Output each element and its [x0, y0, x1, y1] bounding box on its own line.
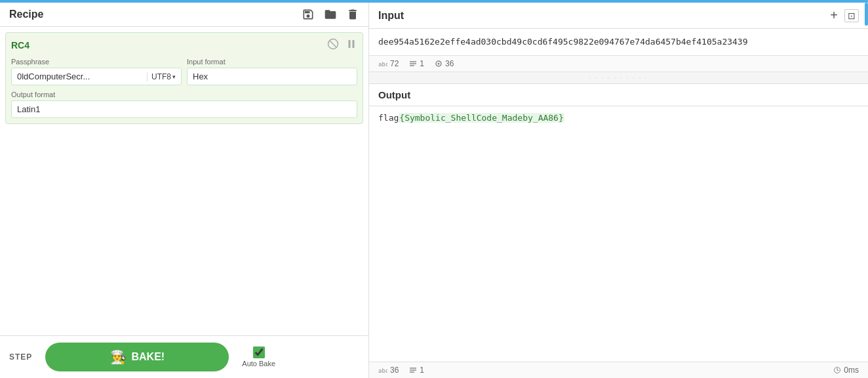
scroll-indicator [865, 3, 868, 26]
offset-icon [435, 60, 443, 68]
recipe-title: Recipe [9, 9, 43, 20]
expand-icon[interactable]: ⊡ [844, 9, 859, 22]
output-format-value: Latin1 [17, 104, 40, 114]
disable-icon[interactable] [327, 38, 339, 52]
svg-point-9 [438, 62, 440, 64]
lines-stat: 1 [409, 59, 424, 68]
output-header: Output [369, 83, 868, 106]
input-format-select[interactable]: Hex [187, 68, 357, 85]
recipe-header: Recipe [0, 3, 368, 27]
input-title: Input [378, 10, 404, 22]
passphrase-group: Passphrase 0ldComputerSecr... UTF8 ▾ [11, 58, 182, 85]
char-stat-icon: abc [378, 60, 387, 67]
offset-stat: 36 [435, 59, 454, 68]
svg-line-1 [330, 41, 337, 48]
rc4-controls [327, 38, 357, 52]
svg-text:abc: abc [378, 61, 387, 67]
passphrase-encoding[interactable]: UTF8 ▾ [147, 72, 176, 81]
input-format-value: Hex [193, 72, 208, 81]
output-format-group: Output format Latin1 [11, 91, 357, 118]
timer-value: 0ms [844, 366, 859, 375]
svg-text:abc: abc [378, 368, 387, 373]
output-char-stat: abc 36 [378, 366, 399, 375]
input-format-label: Input format [187, 58, 357, 66]
rc4-card-header: RC4 [11, 38, 357, 52]
output-lines-count: 1 [420, 366, 424, 375]
input-header-icons: + ⊡ [830, 8, 859, 23]
right-panel: Input + ⊡ dee954a5162e2effe4ad030cbd49c0… [369, 3, 868, 378]
svg-rect-3 [353, 40, 355, 48]
output-format-select[interactable]: Latin1 [11, 100, 357, 118]
lines-icon [409, 60, 417, 68]
left-panel: Recipe [0, 3, 369, 378]
output-text: flag{Symbolic_ShellCode_Madeby_AA86} [378, 113, 564, 123]
svg-rect-2 [349, 40, 351, 48]
passphrase-value: 0ldComputerSecr... [17, 72, 90, 81]
chef-icon: 👨‍🍳 [110, 349, 127, 365]
left-footer: STEP 👨‍🍳 BAKE! Auto Bake [0, 335, 368, 378]
add-icon[interactable]: + [830, 8, 838, 23]
bake-label: BAKE! [132, 351, 165, 363]
auto-bake-container[interactable]: Auto Bake [242, 346, 275, 368]
output-stats-left: abc 36 1 [378, 366, 424, 375]
output-stats: abc 36 1 [369, 362, 868, 378]
input-content[interactable]: dee954a5162e2effe4ad030cbd49c0cd6f495c98… [369, 29, 868, 55]
output-plain: flag [378, 113, 399, 123]
passphrase-input[interactable]: 0ldComputerSecr... UTF8 ▾ [11, 68, 182, 85]
char-count: 72 [390, 59, 399, 68]
char-stat: abc 72 [378, 59, 399, 68]
input-stats: abc 72 1 36 [369, 55, 868, 72]
save-icon[interactable] [302, 8, 315, 21]
output-char-count: 36 [390, 366, 399, 375]
step-label: STEP [9, 352, 32, 362]
output-title: Output [378, 89, 410, 100]
input-format-group: Input format Hex [187, 58, 357, 85]
offset-value: 36 [445, 59, 454, 68]
folder-icon[interactable] [324, 8, 337, 21]
timer-stat: 0ms [833, 366, 859, 375]
timer-icon [833, 366, 841, 374]
output-lines-icon [409, 366, 417, 374]
input-section: Input + ⊡ dee954a5162e2effe4ad030cbd49c0… [369, 3, 868, 72]
lines-count: 1 [420, 59, 424, 68]
rc4-title: RC4 [11, 40, 30, 51]
input-header: Input + ⊡ [369, 3, 868, 29]
output-highlight: {Symbolic_ShellCode_Madeby_AA86} [399, 113, 564, 123]
output-lines-stat: 1 [409, 366, 424, 375]
auto-bake-label: Auto Bake [242, 360, 275, 368]
delete-icon[interactable] [346, 8, 359, 21]
pause-icon[interactable] [345, 38, 357, 52]
recipe-empty-space [0, 129, 368, 335]
bake-button[interactable]: 👨‍🍳 BAKE! [45, 343, 229, 371]
recipe-header-icons [302, 8, 359, 21]
output-char-icon: abc [378, 367, 387, 373]
svg-line-16 [837, 370, 838, 371]
rc4-card: RC4 [5, 32, 363, 124]
passphrase-label: Passphrase [11, 58, 182, 66]
auto-bake-checkbox[interactable] [253, 346, 265, 358]
input-text: dee954a5162e2effe4ad030cbd49c0cd6f495c98… [378, 37, 748, 47]
output-content[interactable]: flag{Symbolic_ShellCode_Madeby_AA86} [369, 106, 868, 362]
divider-dots: · · · · · · · · · · [369, 72, 868, 83]
output-format-label: Output format [11, 91, 357, 98]
output-section: Output flag{Symbolic_ShellCode_Madeby_AA… [369, 83, 868, 379]
rc4-top-fields: Passphrase 0ldComputerSecr... UTF8 ▾ Inp… [11, 58, 357, 85]
